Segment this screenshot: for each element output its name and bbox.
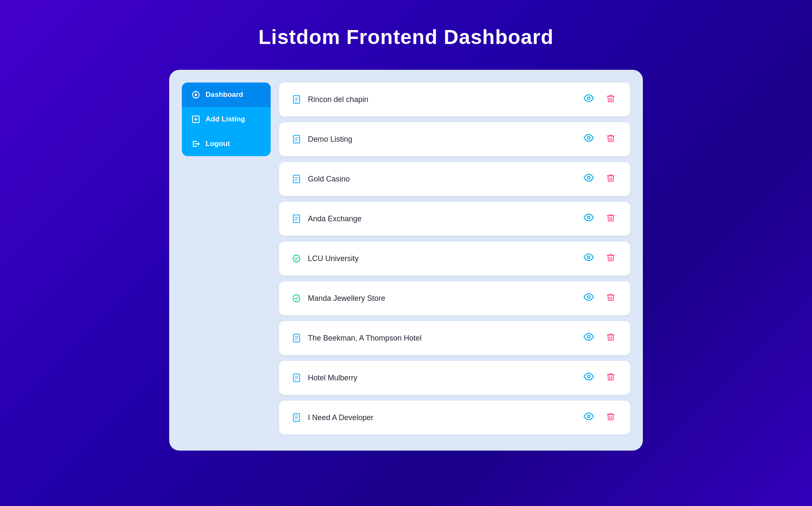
list-item: Gold Casino [279,162,630,196]
listing-left-6: Manda Jewellery Store [291,293,385,304]
page-title: Listdom Frontend Dashboard [0,25,812,49]
listing-name: Manda Jewellery Store [308,294,385,303]
sidebar-item-add-listing[interactable]: Add Listing [182,107,271,132]
listing-left-4: Anda Exchange [291,213,362,224]
delete-button[interactable] [603,92,618,107]
document-icon [291,134,302,145]
main-container: Dashboard Add Listing Logout [169,70,643,451]
logout-icon [191,139,200,148]
svg-point-30 [587,296,590,298]
eye-icon [584,133,594,146]
list-item: Demo Listing [279,122,630,156]
view-button[interactable] [581,291,596,306]
eye-icon [584,212,594,225]
trash-icon [606,293,615,304]
document-icon [291,412,302,423]
eye-icon [584,93,594,106]
listing-name: Demo Listing [308,135,352,144]
list-item: Anda Exchange [279,202,630,236]
view-button[interactable] [581,92,596,107]
trash-icon [606,94,615,105]
listing-left-5: LCU University [291,253,359,264]
sidebar-item-logout[interactable]: Logout [182,132,271,156]
listing-name: LCU University [308,254,359,263]
sidebar-add-listing-label: Add Listing [206,115,245,124]
delete-button[interactable] [603,132,618,147]
check-circle-icon [291,253,302,264]
add-listing-icon [191,115,200,124]
trash-icon [606,253,615,264]
document-icon [291,372,302,383]
trash-icon [606,134,615,145]
eye-icon [584,371,594,384]
eye-icon [584,292,594,305]
svg-point-45 [587,415,590,418]
view-button[interactable] [581,410,596,425]
sidebar-dashboard-label: Dashboard [206,91,243,99]
listing-left-3: Gold Casino [291,173,350,184]
trash-icon [606,412,615,424]
svg-point-27 [293,255,300,262]
check-circle-icon [291,293,302,304]
listing-actions-4 [581,211,618,226]
delete-button[interactable] [603,370,618,385]
delete-button[interactable] [603,291,618,306]
listing-name: Gold Casino [308,175,350,184]
view-button[interactable] [581,211,596,226]
delete-button[interactable] [603,251,618,266]
view-button[interactable] [581,171,596,187]
listing-actions-5 [581,251,618,266]
sidebar-logout-label: Logout [206,140,230,148]
sidebar-item-dashboard[interactable]: Dashboard [182,82,271,107]
list-item: Hotel Mulberry [279,361,630,395]
list-item: Rincon del chapin [279,82,630,116]
view-button[interactable] [581,251,596,266]
svg-point-26 [587,216,590,219]
listing-left-8: Hotel Mulberry [291,372,357,383]
delete-button[interactable] [603,211,618,226]
document-icon [291,333,302,344]
listing-actions-9 [581,410,618,425]
listing-name: I Need A Developer [308,413,373,422]
trash-icon [606,213,615,225]
listing-left-7: The Beekman, A Thompson Hotel [291,333,422,344]
document-icon [291,173,302,184]
list-item: The Beekman, A Thompson Hotel [279,321,630,355]
trash-icon [606,372,615,384]
eye-icon [584,332,594,344]
view-button[interactable] [581,132,596,147]
list-item: Manda Jewellery Store [279,281,630,315]
sidebar: Dashboard Add Listing Logout [182,82,271,156]
listing-name: Rincon del chapin [308,95,368,104]
listing-actions-6 [581,291,618,306]
delete-button[interactable] [603,171,618,187]
listing-name: Hotel Mulberry [308,374,357,382]
eye-icon [584,252,594,265]
listing-name: The Beekman, A Thompson Hotel [308,334,422,343]
listing-actions-8 [581,370,618,385]
listing-actions-1 [581,92,618,107]
listing-actions-7 [581,330,618,346]
trash-icon [606,173,615,185]
view-button[interactable] [581,370,596,385]
svg-point-28 [587,256,590,258]
svg-point-1 [195,94,197,96]
trash-icon [606,333,615,344]
list-item: I Need A Developer [279,401,630,434]
svg-point-35 [587,336,590,338]
listing-name: Anda Exchange [308,214,362,223]
delete-button[interactable] [603,330,618,346]
list-item: LCU University [279,242,630,275]
listing-actions-3 [581,171,618,187]
listing-left-2: Demo Listing [291,134,352,145]
eye-icon [584,411,594,424]
svg-point-40 [587,375,590,378]
eye-icon [584,173,594,185]
listings-content: Rincon del chapin [279,82,630,438]
listing-actions-2 [581,132,618,147]
svg-point-11 [587,97,590,99]
svg-point-29 [293,295,300,302]
delete-button[interactable] [603,410,618,425]
document-icon [291,213,302,224]
view-button[interactable] [581,330,596,346]
